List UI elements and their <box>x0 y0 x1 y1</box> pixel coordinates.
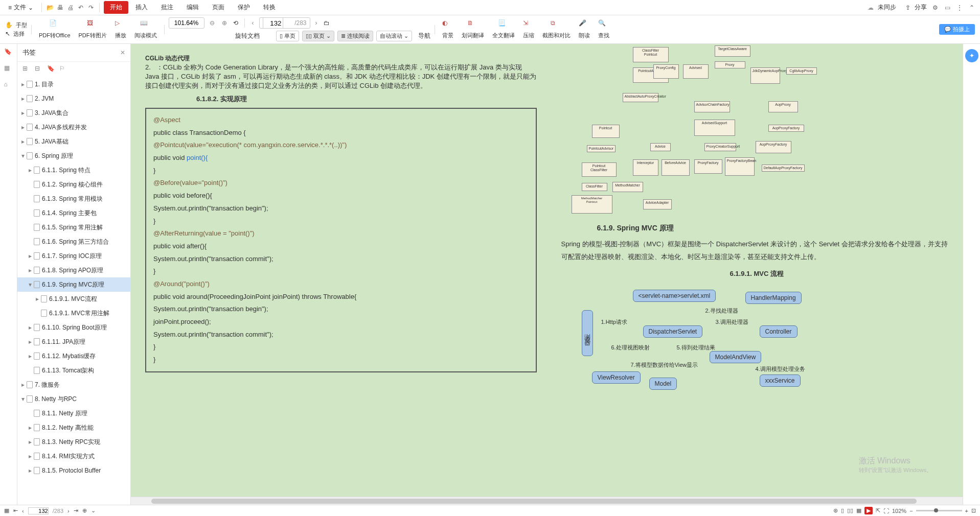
read-mode-button[interactable]: 📖阅读模式 <box>131 19 160 39</box>
thumbnail-icon[interactable]: ▦ <box>4 64 13 74</box>
menu-tab-3[interactable]: 编辑 <box>180 1 205 14</box>
status-page-input[interactable] <box>28 507 49 514</box>
page-input[interactable] <box>263 17 283 29</box>
expand-icon[interactable]: ▸ <box>29 165 34 175</box>
zoom-out-icon[interactable]: ⊖ <box>208 19 217 27</box>
expand-all-icon[interactable]: ⊞ <box>22 65 30 72</box>
screenshot-button[interactable]: ⧉截图和对比 <box>539 19 574 39</box>
menu-tab-6[interactable]: 转换 <box>257 1 282 14</box>
autoscroll-chip[interactable]: 自动滚动⌄ <box>376 31 412 41</box>
discuss-button[interactable]: 💬拍摄上 <box>939 24 975 35</box>
next-page-button[interactable]: › <box>313 19 320 27</box>
word-translate-button[interactable]: 🗎划词翻译 <box>459 19 487 39</box>
menu-tab-4[interactable]: 页面 <box>206 1 231 14</box>
pdf-to-office-button[interactable]: 📄PDF转Office <box>36 19 74 39</box>
redo-icon[interactable]: ↷ <box>87 4 95 12</box>
expand-icon[interactable]: ▸ <box>21 108 27 118</box>
open-icon[interactable]: 📂 <box>46 4 54 12</box>
add-page-icon[interactable]: ⊕ <box>82 507 87 514</box>
expand-icon[interactable]: ▸ <box>36 294 41 304</box>
zoom-in-status-icon[interactable]: + <box>965 508 968 514</box>
bookmark-item[interactable]: 6.1.6. Spring 第三方结合 <box>17 234 130 249</box>
bookmark-item[interactable]: ▸6.1.8. Spring APO原理 <box>17 263 130 277</box>
expand-icon[interactable]: ⌃ <box>968 4 976 12</box>
pdf-to-image-button[interactable]: 🖼PDF转图片 <box>76 19 110 39</box>
fit-icon[interactable]: ⇱ <box>876 507 880 514</box>
expand-icon[interactable]: ▸ <box>29 322 34 333</box>
file-menu[interactable]: ≡ 文件 ⌄ <box>4 1 37 14</box>
expand-icon[interactable]: ▸ <box>29 465 34 476</box>
bookmark-item[interactable]: ▸8.1.2. Netty 高性能 <box>17 420 130 435</box>
find-button[interactable]: 🔍查找 <box>595 19 612 39</box>
zoom-knob[interactable] <box>934 508 938 512</box>
expand-icon[interactable]: ▸ <box>21 380 27 390</box>
expand-icon[interactable]: ▾ <box>21 394 27 404</box>
zoom-in-icon[interactable]: ⊕ <box>220 19 229 27</box>
bookmark-item[interactable]: ▸1. 目录 <box>17 77 130 91</box>
expand-icon[interactable]: ▸ <box>29 451 34 461</box>
bookmark-item[interactable]: ▸6.1.7. Spring IOC原理 <box>17 249 130 263</box>
bookmark-item[interactable]: 8.1.1. Netty 原理 <box>17 406 130 420</box>
more-icon[interactable]: ⋮ <box>955 4 964 12</box>
zoom-slider[interactable] <box>916 510 962 511</box>
collapse-all-icon[interactable]: ⊟ <box>35 65 42 72</box>
sync-label[interactable]: 未同步 <box>878 3 896 12</box>
share-icon[interactable]: ⇪ <box>905 4 910 11</box>
compress-button[interactable]: ⇲压缩 <box>520 19 537 39</box>
expand-icon[interactable]: ▸ <box>29 251 34 261</box>
settings-icon[interactable]: ⚙ <box>931 4 939 12</box>
view-double-icon[interactable]: ▯▯ <box>847 507 853 514</box>
fullscreen-icon[interactable]: ⛶ <box>883 508 889 514</box>
bookmark-item[interactable]: ▸8.1.5. Protoclol Buffer <box>17 463 130 478</box>
last-page-icon[interactable]: ⇥ <box>74 507 78 514</box>
read-aloud-button[interactable]: 🎤朗读 <box>576 19 593 39</box>
menu-tab-2[interactable]: 批注 <box>155 1 179 14</box>
grid-icon[interactable]: ▦ <box>4 507 9 514</box>
document-viewport[interactable]: CGLib 动态代理 2. ：CGLib 全称为 Code Generation… <box>131 44 963 505</box>
bookmark-item[interactable]: ▸6.1.10. Spring Boot原理 <box>17 320 130 335</box>
horizontal-scrollbar[interactable] <box>131 497 963 505</box>
bookmark-item[interactable]: ▸7. 微服务 <box>17 378 130 392</box>
undo-icon[interactable]: ↶ <box>77 4 85 12</box>
background-button[interactable]: ◐背景 <box>439 19 457 39</box>
expand-icon[interactable]: ▸ <box>29 265 34 275</box>
options-icon[interactable]: ⌄ <box>91 507 96 514</box>
bookmark-item[interactable]: 6.1.5. Spring 常用注解 <box>17 220 130 234</box>
bookmark-item[interactable]: ▸5. JAVA基础 <box>17 134 130 149</box>
view-grid-icon[interactable]: ▦ <box>856 507 861 514</box>
bookmark-item[interactable]: ▾8. Netty 与RPC <box>17 392 130 406</box>
prev-page-button[interactable]: ‹ <box>250 19 256 27</box>
bookmark-item[interactable]: ▸6.1.11. JPA原理 <box>17 335 130 349</box>
menu-tab-5[interactable]: 保护 <box>232 1 256 14</box>
expand-icon[interactable]: ▸ <box>21 93 27 104</box>
expand-icon[interactable]: ▸ <box>29 337 34 347</box>
next-page-icon[interactable]: › <box>67 508 70 514</box>
bookmark-item[interactable]: ▸2. JVM <box>17 91 130 106</box>
bookmark-icon[interactable]: 🔖 <box>4 48 13 57</box>
play-button[interactable]: ▷播放 <box>112 19 129 39</box>
scrollbar-thumb[interactable] <box>151 499 917 504</box>
expand-icon[interactable]: ▾ <box>21 151 27 161</box>
continuous-chip[interactable]: ≣连续阅读 <box>337 31 373 41</box>
expand-icon[interactable]: ▾ <box>29 279 34 290</box>
double-page-chip[interactable]: ▯▯双页⌄ <box>302 31 334 41</box>
expand-icon[interactable]: ▸ <box>29 437 34 447</box>
close-icon[interactable]: ✕ <box>120 49 125 56</box>
bookmark-item[interactable]: 6.1.9.1. MVC常用注解 <box>17 306 130 320</box>
full-translate-button[interactable]: 📃全文翻译 <box>489 19 518 39</box>
bookmark-item[interactable]: ▾6.1.9. Spring MVC原理 <box>17 277 130 292</box>
ai-assistant-icon[interactable]: ✦ <box>965 49 978 62</box>
home-icon[interactable]: ⌂ <box>4 81 13 90</box>
expand-icon[interactable]: ▸ <box>21 79 27 89</box>
zoom-input[interactable] <box>169 17 204 29</box>
bookmark-item[interactable]: 6.1.2. Spring 核心组件 <box>17 177 130 192</box>
expand-icon[interactable]: ▸ <box>29 351 34 361</box>
highlight-icon[interactable]: ⊛ <box>833 507 838 514</box>
prev-page-icon[interactable]: ‹ <box>22 508 24 514</box>
expand-icon[interactable]: ▸ <box>29 423 34 433</box>
view-single-icon[interactable]: ▯ <box>841 507 844 514</box>
bookmark-item[interactable]: ▸8.1.4. RMI实现方式 <box>17 449 130 463</box>
hand-tool[interactable]: ✋手型 <box>5 21 27 29</box>
first-page-icon[interactable]: ⇤ <box>13 507 18 514</box>
bookmark-item[interactable]: ▾6. Spring 原理 <box>17 149 130 163</box>
